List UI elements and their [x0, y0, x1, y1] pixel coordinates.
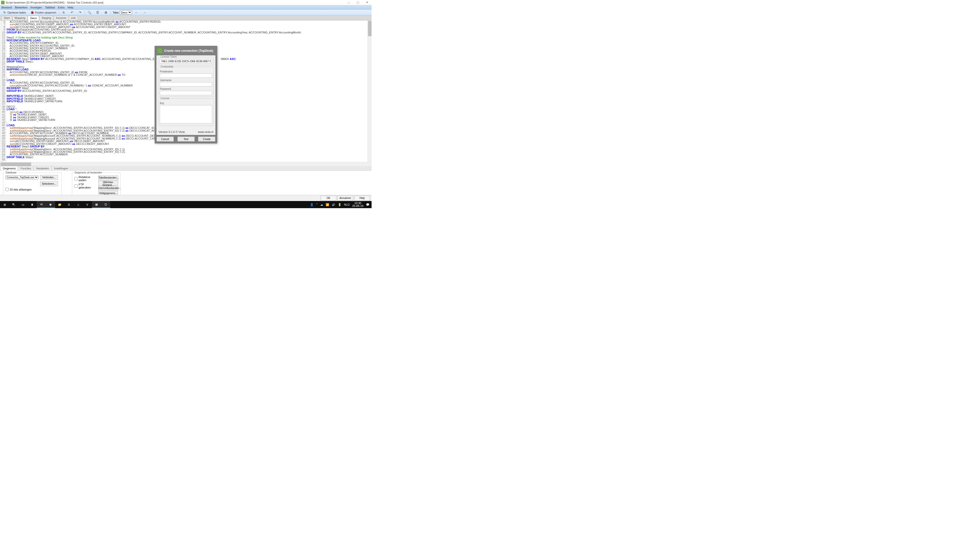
- modal-icon: [158, 48, 162, 53]
- relative-checkbox[interactable]: [74, 177, 78, 180]
- reload-icon: ↻: [3, 11, 6, 14]
- version-text: Version 0.1.0 © Victa: [159, 130, 185, 133]
- menu-extra[interactable]: Extra: [58, 6, 65, 9]
- separator: [110, 11, 111, 14]
- license-token-group: License Token: [158, 57, 214, 65]
- portal-input[interactable]: [160, 73, 212, 78]
- ok-button[interactable]: OK: [321, 196, 336, 201]
- toolbar: ↻Opnieuw laden 🐞Fouten opsporen ⎘ ↶ ↷ 🔍 …: [0, 10, 372, 15]
- app-icon-1[interactable]: V: [83, 201, 92, 208]
- debug-button[interactable]: 🐞Fouten opsporen: [29, 10, 58, 15]
- app-icon: [1, 1, 5, 4]
- reload-button[interactable]: ↻Opnieuw laden: [1, 10, 27, 15]
- qlikview-icon[interactable]: Q: [101, 201, 110, 208]
- tabs-select[interactable]: Deco: [120, 10, 132, 14]
- tray-onedrive-icon[interactable]: ☁: [320, 203, 323, 206]
- toolbar-icon-1[interactable]: ⎘: [60, 10, 67, 15]
- tab-next[interactable]: →: [141, 10, 148, 15]
- ftp-checkbox[interactable]: [74, 184, 78, 188]
- system-tray: 👤 ˄ ☁ 📶 🔊 🔋 NLD 10:30 25-06-19 💬: [310, 202, 372, 207]
- tab-start[interactable]: Start: [2, 16, 12, 20]
- toolbar-icon-2[interactable]: ↶: [68, 10, 76, 15]
- app-icon-2[interactable]: ▦: [92, 201, 101, 208]
- connection-modal: Create new connection (TopDesk) License …: [155, 46, 217, 143]
- cancel-button[interactable]: Annuleren: [337, 196, 353, 201]
- toolbar-icon-3[interactable]: ↷: [76, 10, 84, 15]
- username-input[interactable]: [160, 82, 212, 86]
- maximize-button[interactable]: ▢: [354, 0, 361, 5]
- tray-network-icon[interactable]: 📶: [326, 203, 329, 206]
- key-input[interactable]: [160, 105, 212, 124]
- tray-volume-icon[interactable]: 🔊: [332, 203, 335, 206]
- skype-icon[interactable]: S: [64, 201, 73, 208]
- tray-battery-icon[interactable]: 🔋: [338, 203, 342, 206]
- toolbar-icon-5[interactable]: ☰: [94, 10, 101, 15]
- password-label: Password: [160, 87, 212, 90]
- license-token-input[interactable]: [160, 59, 212, 64]
- modal-test-button[interactable]: Test: [177, 137, 195, 141]
- menubar: Bestand Bewerken Invoegen Tabblad Extra …: [0, 5, 372, 10]
- key-label: Key: [160, 102, 212, 105]
- btab-gegevens[interactable]: Gegevens: [0, 166, 18, 170]
- database-group: Database Connector_TopDesk.exe (32) (Vic…: [3, 173, 62, 198]
- ftp-label: FTP gebruiken: [79, 183, 96, 189]
- close-button[interactable]: ✕: [363, 0, 371, 5]
- menu-invoegen[interactable]: Invoegen: [30, 6, 42, 9]
- scrollbar-vertical[interactable]: [368, 21, 372, 162]
- force32-label: 32-bits afdwingen: [10, 188, 32, 191]
- database-legend: Database: [5, 171, 18, 174]
- credentials-legend: Credentials: [160, 65, 174, 68]
- connect-button[interactable]: Verbinden...: [40, 175, 58, 180]
- tab-deco[interactable]: Deco: [28, 16, 39, 21]
- credentials-group: Credentials Portalname Username Password: [158, 67, 214, 97]
- force32-checkbox[interactable]: [5, 188, 9, 191]
- menu-bestand[interactable]: Bestand: [2, 6, 12, 9]
- tab-exit[interactable]: exit: [69, 16, 78, 20]
- files-group: Gegevens uit bestanden Relatieve paden F…: [72, 173, 121, 198]
- chrome-icon[interactable]: ◉: [46, 201, 55, 208]
- toolbar-icon-4[interactable]: 🔍: [86, 10, 93, 15]
- tray-notifications-icon[interactable]: 💬: [366, 203, 369, 206]
- search-icon[interactable]: 🔍: [9, 201, 18, 208]
- connector-select[interactable]: Connector_TopDesk.exe (32) (Victa: [5, 176, 38, 179]
- menu-bewerken[interactable]: Bewerken: [15, 6, 27, 9]
- password-input[interactable]: [160, 91, 212, 95]
- btab-functies[interactable]: Functies: [18, 166, 33, 170]
- scrollbar-horizontal[interactable]: [0, 162, 372, 166]
- tab-mapping[interactable]: Mapping: [12, 16, 27, 20]
- modal-create-button[interactable]: Create: [198, 137, 215, 141]
- taskview-icon[interactable]: ▭: [18, 201, 27, 208]
- tray-lang[interactable]: NLD: [344, 203, 350, 206]
- qlikfile-button[interactable]: QlikView-bestand...: [98, 181, 118, 186]
- scrollbar-thumb-h[interactable]: [0, 162, 31, 166]
- menu-help[interactable]: Help: [68, 6, 73, 9]
- btab-variabelen[interactable]: Variabelen: [34, 166, 52, 170]
- tray-people-icon[interactable]: 👤: [310, 203, 313, 206]
- explorer-icon[interactable]: 📁: [55, 201, 64, 208]
- portal-label: Portalname: [160, 70, 212, 73]
- webfiles-button[interactable]: Internetbestanden...: [98, 186, 118, 191]
- tab-prev[interactable]: ←: [133, 10, 140, 15]
- start-button[interactable]: ⊞: [0, 201, 9, 208]
- spotify-icon[interactable]: ♫: [73, 201, 83, 208]
- help-button[interactable]: Help: [354, 196, 370, 201]
- tab-staging[interactable]: Staging: [39, 16, 53, 20]
- relative-label: Relatieve paden: [79, 176, 96, 182]
- window-title: Script bewerken [D:\Projecten\Klanten\IN…: [6, 1, 345, 4]
- minimize-button[interactable]: —: [345, 0, 352, 5]
- tab-invoices[interactable]: Invoices: [54, 16, 68, 20]
- modal-info: Version 0.1.0 © Victa www.victa.nl: [156, 129, 215, 135]
- btab-instellingen[interactable]: Instellingen: [52, 166, 71, 170]
- tray-clock[interactable]: 10:30 25-06-19: [352, 202, 363, 207]
- modal-title: Create new connection (TopDesk): [164, 49, 213, 52]
- calculator-icon[interactable]: 🖩: [27, 201, 37, 208]
- modal-cancel-button[interactable]: Cancel: [156, 137, 174, 141]
- tabs-label: Tabs: [113, 11, 119, 14]
- tablefiles-button[interactable]: Tabelbestanden...: [98, 176, 118, 180]
- scrollbar-thumb[interactable]: [368, 21, 372, 36]
- toolbar-icon-6[interactable]: ⊞: [102, 10, 110, 15]
- tray-chevron-icon[interactable]: ˄: [316, 203, 318, 206]
- select-button[interactable]: Selecteren...: [40, 181, 58, 186]
- outlook-icon[interactable]: ✉: [37, 201, 46, 208]
- menu-tabblad[interactable]: Tabblad: [45, 6, 55, 9]
